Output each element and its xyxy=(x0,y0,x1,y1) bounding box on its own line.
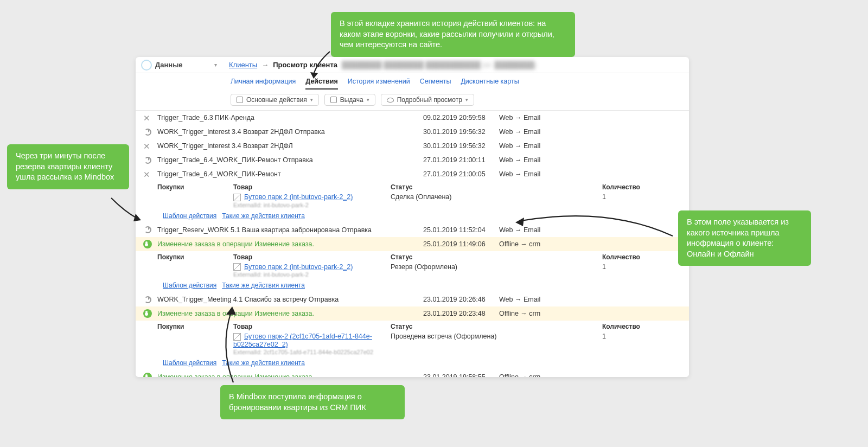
arrow-bottom xyxy=(217,304,255,385)
arrow-right xyxy=(510,214,678,247)
tab-history[interactable]: История изменений xyxy=(348,78,410,90)
wrench-icon xyxy=(143,113,152,122)
tab-discount[interactable]: Дисконтные карты xyxy=(461,78,519,90)
filter-main-actions[interactable]: Основные действия ▾ xyxy=(231,94,319,106)
action-name: Изменение заказа в операции Изменение за… xyxy=(157,310,423,317)
same-actions-link[interactable]: Такие же действия клиента xyxy=(222,212,305,220)
callout-bottom: В Mindbox поступила информация о брониро… xyxy=(220,385,405,419)
label-product: Товар xyxy=(233,253,391,261)
tabs: Личная информация Действия История измен… xyxy=(136,73,689,90)
chevron-down-icon: ▾ xyxy=(367,97,369,103)
label-status: Статус xyxy=(391,323,521,330)
purchase-row: Бутово парк 2 (int-butovo-park-2_2)Exter… xyxy=(136,262,689,280)
template-link[interactable]: Шаблон действия xyxy=(163,282,216,289)
action-name: Trigger_Trade_6.4_WORK_ПИК-Ремонт Отправ… xyxy=(157,156,423,164)
callout-left: Через три минуты после резерва квартиры … xyxy=(7,144,129,189)
callout-text: Через три минуты после резерва квартиры … xyxy=(16,151,114,181)
action-timestamp: 09.02.2019 20:59:58 xyxy=(423,114,499,122)
action-source: Web → Email xyxy=(499,156,580,164)
purchase-links: Шаблон действияТакие же действия клиента xyxy=(136,279,689,292)
section-dropdown[interactable]: Данные ▾ xyxy=(141,60,222,71)
product-qty: 1 xyxy=(602,333,667,340)
brand-icon xyxy=(141,60,152,71)
product-status: Проведена встреча (Оформлена) xyxy=(391,333,521,340)
action-timestamp: 30.01.2019 19:56:32 xyxy=(423,142,499,150)
action-row[interactable]: Trigger_Trade_6.4_WORK_ПИК-Ремонт Отправ… xyxy=(136,153,689,167)
action-source: Offline → crm xyxy=(499,310,580,317)
callout-text: В этом поле указывается из какого источн… xyxy=(687,218,789,258)
label-purchases: Покупки xyxy=(157,253,233,261)
action-name: WORK_Trigger_Interest 3.4 Возврат 2НДФЛ … xyxy=(157,128,423,136)
cycle-icon xyxy=(144,129,151,136)
action-timestamp: 23.01.2019 20:23:48 xyxy=(423,310,499,317)
action-timestamp: 27.01.2019 21:00:05 xyxy=(423,170,499,178)
topbar: Данные ▾ Клиенты → Просмотр клиента ████… xyxy=(136,57,689,73)
label-qty: Количество xyxy=(602,253,667,261)
grid3-icon xyxy=(330,97,337,103)
callout-top: В этой вкладке хранится история действий… xyxy=(331,12,575,57)
person-icon xyxy=(143,240,152,248)
label-product: Товар xyxy=(233,183,391,191)
eye-icon xyxy=(387,98,394,103)
purchase-subheader: ПокупкиТоварСтатусКоличество xyxy=(136,181,689,192)
product-qty: 1 xyxy=(602,263,667,271)
label-purchases: Покупки xyxy=(157,183,233,191)
tab-segments[interactable]: Сегменты xyxy=(420,78,451,90)
wrench-icon xyxy=(143,142,152,150)
cube-icon xyxy=(233,263,241,271)
action-timestamp: 25.01.2019 11:52:04 xyxy=(423,226,499,234)
svg-marker-2 xyxy=(515,218,524,226)
chevron-down-icon: ▾ xyxy=(214,62,217,68)
action-source: Web → Email xyxy=(499,128,580,136)
action-row[interactable]: WORK_Trigger_Interest 3.4 Возврат 2НДФЛ … xyxy=(136,125,689,139)
action-name: Изменение заказа в операции Изменение за… xyxy=(157,240,423,248)
action-source: Web → Email xyxy=(499,142,580,150)
action-name: WORK_Trigger_Interest 3.4 Возврат 2НДФЛ xyxy=(157,142,423,150)
cycle-icon xyxy=(144,296,151,303)
product-status: Сделка (Оплачена) xyxy=(391,193,521,201)
product-status: Резерв (Оформлена) xyxy=(391,263,521,271)
filter-view-label: Подробный просмотр xyxy=(397,96,462,104)
label-qty: Количество xyxy=(602,323,667,330)
action-timestamp: 27.01.2019 21:00:11 xyxy=(423,156,499,164)
section-label: Данные xyxy=(155,61,183,69)
filter-main-label: Основные действия xyxy=(246,96,307,104)
grid-icon xyxy=(237,97,243,103)
label-status: Статус xyxy=(391,183,521,191)
action-row[interactable]: WORK_Trigger_Interest 3.4 Возврат 2НДФЛ3… xyxy=(136,139,689,153)
same-actions-link[interactable]: Такие же действия клиента xyxy=(222,282,305,289)
purchase-row: Бутово парк 2 (int-butovo-park-2_2)Exter… xyxy=(136,192,689,210)
action-source: Offline → crm xyxy=(499,373,580,377)
svg-marker-3 xyxy=(226,306,236,315)
label-status: Статус xyxy=(391,253,521,261)
cycle-icon xyxy=(144,157,151,164)
svg-marker-1 xyxy=(133,214,141,221)
filter-view[interactable]: Подробный просмотр ▾ xyxy=(381,94,474,106)
person-icon xyxy=(143,373,152,377)
svg-marker-0 xyxy=(310,72,318,79)
chevron-down-icon: ▾ xyxy=(465,97,468,103)
arrow-top xyxy=(304,52,342,84)
person-icon xyxy=(143,309,152,318)
template-link[interactable]: Шаблон действия xyxy=(163,359,216,367)
filter-issue[interactable]: Выдача ▾ xyxy=(324,94,375,106)
product-qty: 1 xyxy=(602,193,667,201)
product-cell: Бутово парк-2 (2cf1c705-1afd-e711-844e-b… xyxy=(233,333,391,356)
action-row[interactable]: Trigger_Trade_6.3 ПИК-Аренда09.02.2019 2… xyxy=(136,111,689,125)
breadcrumb-clients-link[interactable]: Клиенты xyxy=(229,61,257,69)
tab-personal[interactable]: Личная информация xyxy=(231,78,296,90)
template-link[interactable]: Шаблон действия xyxy=(163,212,216,220)
action-row[interactable]: Trigger_Trade_6.4_WORK_ПИК-Ремонт27.01.2… xyxy=(136,167,689,181)
action-name: Trigger_Trade_6.4_WORK_ПИК-Ремонт xyxy=(157,170,423,178)
purchase-subheader: ПокупкиТоварСтатусКоличество xyxy=(136,251,689,262)
wrench-icon xyxy=(143,170,152,178)
breadcrumb-arrow: → xyxy=(261,61,269,69)
product-extid: ExternalId: int-butovo-park-2 xyxy=(233,271,309,278)
action-timestamp: 30.01.2019 19:56:32 xyxy=(423,128,499,136)
product-cell: Бутово парк 2 (int-butovo-park-2_2)Exter… xyxy=(233,263,391,279)
action-timestamp: 25.01.2019 11:49:06 xyxy=(423,240,499,248)
product-link[interactable]: Бутово парк 2 (int-butovo-park-2_2) xyxy=(244,193,353,201)
action-name: Изменение заказа в операции Изменение за… xyxy=(157,373,423,377)
label-product: Товар xyxy=(233,323,391,330)
product-link[interactable]: Бутово парк 2 (int-butovo-park-2_2) xyxy=(244,263,353,271)
